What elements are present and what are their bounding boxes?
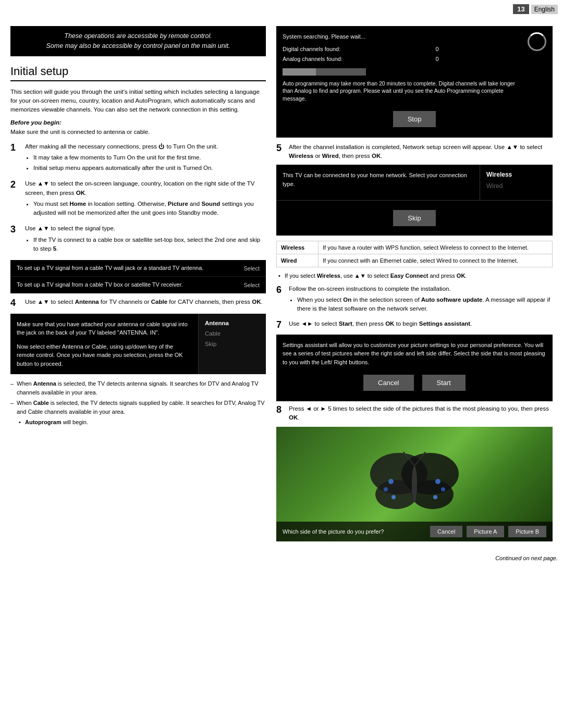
skip-button[interactable]: Skip: [393, 210, 435, 226]
step-6-content: Follow the on-screen instructions to com…: [289, 285, 553, 315]
progress-bar-fill: [283, 68, 316, 76]
digital-label: Digital channels found:: [283, 45, 427, 54]
step-1-text: After making all the necessary connectio…: [25, 143, 218, 150]
step-2-text: Use ▲▼ to select the on-screen language,…: [25, 180, 254, 195]
wired-label: Wired: [277, 254, 319, 267]
section-intro: This section will guide you through the …: [10, 88, 266, 115]
step-4: 4 Use ▲▼ to select Antenna for TV channe…: [10, 298, 266, 309]
step-2: 2 Use ▲▼ to select the on-screen languag…: [10, 179, 266, 219]
step-2-bullet-1: You must set Home in location setting. O…: [33, 200, 266, 218]
network-left: This TV can be connected to your home ne…: [276, 165, 480, 200]
remote-notice-line1: These operations are accessible by remot…: [21, 31, 255, 41]
svg-point-5: [384, 487, 388, 491]
step-6-bullet-1: When you select On in the selection scre…: [297, 295, 553, 314]
section-title: Initial setup: [10, 65, 266, 81]
digital-val: 0: [435, 45, 523, 54]
remote-notice-line2: Some may also be accessible by control p…: [21, 41, 255, 51]
step-7: 7 Use ◄► to select Start, then press OK …: [276, 319, 553, 330]
antenna-option: Antenna: [205, 320, 260, 326]
network-skip: Skip: [276, 200, 553, 236]
picture-b-button[interactable]: Picture B: [508, 526, 546, 537]
left-column: These operations are accessible by remot…: [10, 26, 266, 541]
svg-point-10: [412, 466, 417, 502]
svg-point-3: [412, 480, 454, 509]
settings-box-text: Settings assistant will allow you to cus…: [283, 342, 545, 365]
network-right: Wireless Wired: [480, 165, 553, 200]
wireless-note: If you select Wireless, use ▲▼ to select…: [276, 272, 553, 280]
settings-buttons: Cancel Start: [283, 371, 546, 395]
step-4-number: 4: [10, 298, 21, 309]
wireless-option: Wireless: [486, 171, 546, 178]
antenna-cable-box: Make sure that you have attached your an…: [10, 314, 266, 375]
signal-row-1-desc: To set up a TV signal from a cable TV wa…: [17, 264, 243, 272]
step-1-content: After making all the necessary connectio…: [25, 142, 266, 175]
stop-button[interactable]: Stop: [393, 111, 436, 127]
table-row-wireless: Wireless If you have a router with WPS f…: [277, 241, 553, 254]
before-begin-label: Before you begin:: [10, 119, 266, 126]
table-row-wired: Wired If you connect with an Ethernet ca…: [277, 254, 553, 267]
page-language: English: [531, 5, 558, 14]
step-2-content: Use ▲▼ to select the on-screen language,…: [25, 179, 266, 219]
butterfly-image: Which side of the picture do you prefer?…: [276, 427, 553, 541]
svg-point-7: [435, 479, 440, 484]
note-2: When Cable is selected, the TV detects s…: [10, 399, 266, 427]
progress-bar: [283, 68, 366, 76]
step-8: 8 Press ◄ or ► 5 times to select the sid…: [276, 404, 553, 423]
system-searching-box: System searching. Please wait... Digital…: [276, 26, 553, 138]
signal-row-2: To set up a TV signal from a cable TV bo…: [10, 277, 266, 293]
step-5-number: 5: [276, 143, 286, 161]
analog-val: 0: [435, 55, 523, 64]
settings-start-button[interactable]: Start: [422, 375, 466, 391]
step-1-bullet-2: Initial setup menu appears automatically…: [33, 164, 266, 172]
signal-row-1-action: Select: [243, 265, 260, 272]
step-2-bullets: You must set Home in location setting. O…: [33, 200, 266, 218]
step-1: 1 After making all the necessary connect…: [10, 142, 266, 175]
step-6-text: Follow the on-screen instructions to com…: [289, 286, 451, 292]
step-8-number: 8: [276, 404, 286, 423]
svg-point-13: [403, 452, 405, 454]
settings-cancel-button[interactable]: Cancel: [363, 375, 413, 391]
step-6: 6 Follow the on-screen instructions to c…: [276, 285, 553, 315]
step-3-content: Use ▲▼ to select the signal type. If the…: [25, 224, 266, 255]
remote-notice: These operations are accessible by remot…: [10, 26, 266, 56]
svg-point-6: [391, 495, 396, 499]
wired-desc: If you connect with an Ethernet cable, s…: [319, 254, 553, 267]
note-1: When Antenna is selected, the TV detects…: [10, 379, 266, 397]
step-1-number: 1: [10, 142, 21, 175]
svg-point-9: [433, 495, 437, 499]
right-column: System searching. Please wait... Digital…: [276, 26, 553, 541]
autoprogram-note: Autoprogram will begin.: [17, 418, 266, 427]
svg-point-8: [441, 487, 445, 491]
step-2-number: 2: [10, 179, 21, 219]
step-7-number: 7: [276, 319, 286, 330]
step-4-content: Use ▲▼ to select Antenna for TV channels…: [25, 298, 266, 309]
step-6-number: 6: [276, 285, 286, 315]
step-1-bullet-1: It may take a few moments to Turn On the…: [33, 153, 266, 162]
image-overlay: Which side of the picture do you prefer?…: [276, 522, 553, 541]
svg-point-4: [388, 479, 394, 484]
signal-row-2-desc: To set up a TV signal from a cable TV bo…: [17, 281, 243, 289]
antenna-cable-left: Make sure that you have attached your an…: [10, 314, 198, 375]
svg-point-14: [424, 452, 426, 454]
overlay-question: Which side of the picture do you prefer?: [283, 528, 426, 535]
before-begin-text: Make sure the unit is connected to anten…: [10, 128, 266, 137]
notes-section: When Antenna is selected, the TV detects…: [10, 379, 266, 427]
overlay-cancel-button[interactable]: Cancel: [430, 526, 462, 537]
wireless-label: Wireless: [277, 241, 319, 254]
continued-text: Continued on next page.: [0, 555, 563, 561]
network-left-text: This TV can be connected to your home ne…: [283, 172, 467, 187]
step-3: 3 Use ▲▼ to select the signal type. If t…: [10, 224, 266, 255]
loading-spinner: [528, 32, 546, 51]
page-number: 13: [513, 4, 529, 14]
step-4-text: Use ▲▼ to select Antenna for TV channels…: [25, 299, 263, 305]
antenna-text-2: Now select either Antenna or Cable, usin…: [17, 342, 192, 368]
auto-prog-note: Auto programming may take more than 20 m…: [283, 80, 523, 103]
settings-assistant-box: Settings assistant will allow you to cus…: [276, 335, 553, 402]
network-box-inner: This TV can be connected to your home ne…: [276, 165, 553, 200]
searching-text: System searching. Please wait...: [283, 32, 523, 42]
picture-a-button[interactable]: Picture A: [467, 526, 504, 537]
step-7-content: Use ◄► to select Start, then press OK to…: [289, 319, 553, 330]
antenna-text-1: Make sure that you have attached your an…: [17, 320, 192, 337]
step-3-number: 3: [10, 224, 21, 255]
wired-option: Wired: [486, 182, 546, 190]
